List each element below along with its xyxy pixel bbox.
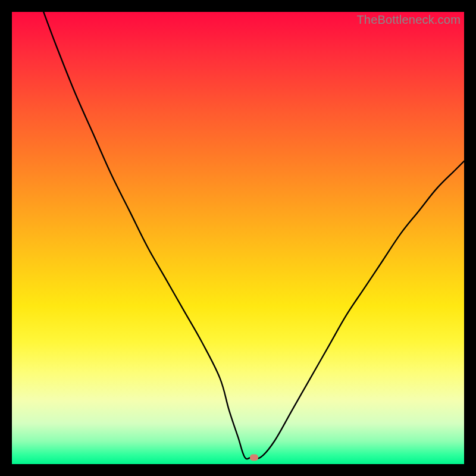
optimal-point-marker — [250, 454, 258, 461]
chart-frame: TheBottleneck.com — [0, 0, 476, 476]
bottleneck-curve — [12, 12, 464, 464]
plot-area: TheBottleneck.com — [12, 12, 464, 464]
